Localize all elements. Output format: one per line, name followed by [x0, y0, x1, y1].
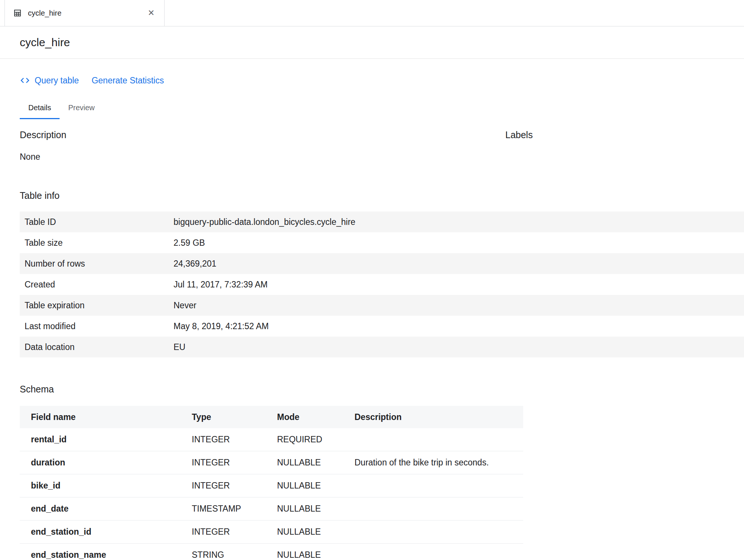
column-header-description: Description — [354, 412, 523, 422]
column-header-type: Type — [192, 412, 277, 422]
query-table-label: Query table — [35, 76, 79, 86]
schema-field-name: end_date — [20, 504, 192, 514]
schema-table: Field name Type Mode Description rental_… — [20, 406, 523, 560]
table-row: Table expiration Never — [20, 295, 744, 316]
info-value: EU — [174, 342, 185, 352]
tab-preview[interactable]: Preview — [60, 104, 103, 119]
schema-header-row: Field name Type Mode Description — [20, 406, 523, 428]
main-content: Query table Generate Statistics Details … — [0, 75, 744, 560]
table-row: end_station_id INTEGER NULLABLE — [20, 521, 523, 544]
info-label: Number of rows — [20, 259, 174, 269]
info-value: 24,369,201 — [174, 259, 216, 269]
schema-field-mode: NULLABLE — [277, 481, 354, 491]
info-value: 2.59 GB — [174, 238, 205, 248]
page-title-row: cycle_hire — [0, 26, 744, 59]
tab-details[interactable]: Details — [20, 104, 60, 119]
schema-field-name: end_station_id — [20, 527, 192, 537]
editor-tab-title: cycle_hire — [28, 9, 146, 18]
tab-preview-label: Preview — [68, 104, 95, 112]
schema-field-mode: REQUIRED — [277, 435, 354, 445]
table-row: end_station_name STRING NULLABLE — [20, 544, 523, 560]
generate-statistics-label: Generate Statistics — [92, 76, 164, 86]
info-label: Table size — [20, 238, 174, 248]
schema-heading: Schema — [20, 384, 744, 395]
info-label: Table ID — [20, 217, 174, 227]
table-row: bike_id INTEGER NULLABLE — [20, 474, 523, 497]
code-icon — [20, 75, 30, 86]
schema-field-type: INTEGER — [192, 435, 277, 445]
table-info-heading: Table info — [20, 190, 744, 201]
table-row: Table size 2.59 GB — [20, 232, 744, 253]
table-row: Table ID bigquery-public-data.london_bic… — [20, 211, 744, 232]
labels-heading: Labels — [505, 130, 533, 140]
schema-section: Schema Field name Type Mode Description … — [20, 384, 744, 560]
info-value: May 8, 2019, 4:21:52 AM — [174, 321, 269, 331]
labels-section: Labels — [505, 130, 533, 162]
table-info-table: Table ID bigquery-public-data.london_bic… — [20, 211, 744, 357]
info-label: Created — [20, 280, 174, 290]
table-info-section: Table info Table ID bigquery-public-data… — [20, 190, 744, 357]
schema-field-mode: NULLABLE — [277, 458, 354, 468]
schema-field-mode: NULLABLE — [277, 527, 354, 537]
info-value: Jul 11, 2017, 7:32:39 AM — [174, 280, 268, 290]
column-header-mode: Mode — [277, 412, 354, 422]
table-icon — [13, 9, 22, 18]
table-row: duration INTEGER NULLABLE Duration of th… — [20, 451, 523, 474]
description-labels-row: Description None Labels — [20, 130, 744, 162]
schema-field-description: Duration of the bike trip in seconds. — [354, 458, 523, 468]
table-row: Number of rows 24,369,201 — [20, 253, 744, 274]
schema-field-type: INTEGER — [192, 527, 277, 537]
schema-field-name: duration — [20, 458, 192, 468]
schema-field-name: end_station_name — [20, 550, 192, 560]
table-row: Data location EU — [20, 337, 744, 357]
info-label: Last modified — [20, 321, 174, 331]
info-label: Table expiration — [20, 300, 174, 311]
editor-tab-bar: cycle_hire ✕ — [0, 0, 744, 26]
schema-field-mode: NULLABLE — [277, 550, 354, 560]
tab-details-label: Details — [28, 104, 51, 112]
info-value: Never — [174, 300, 196, 311]
view-tabs: Details Preview — [20, 104, 744, 119]
schema-field-name: bike_id — [20, 481, 192, 491]
schema-field-type: STRING — [192, 550, 277, 560]
table-row: Last modified May 8, 2019, 4:21:52 AM — [20, 316, 744, 337]
query-table-button[interactable]: Query table — [20, 75, 79, 86]
description-heading: Description — [20, 130, 505, 140]
column-header-field-name: Field name — [20, 412, 192, 422]
schema-field-type: TIMESTAMP — [192, 504, 277, 514]
info-value: bigquery-public-data.london_bicycles.cyc… — [174, 217, 355, 227]
page-title: cycle_hire — [20, 36, 70, 49]
schema-field-name: rental_id — [20, 435, 192, 445]
close-icon[interactable]: ✕ — [146, 7, 157, 19]
description-section: Description None — [20, 130, 505, 162]
generate-statistics-button[interactable]: Generate Statistics — [92, 76, 164, 86]
description-value: None — [20, 152, 505, 162]
table-row: Created Jul 11, 2017, 7:32:39 AM — [20, 274, 744, 295]
info-label: Data location — [20, 342, 174, 352]
schema-field-type: INTEGER — [192, 458, 277, 468]
table-row: rental_id INTEGER REQUIRED — [20, 428, 523, 451]
action-links: Query table Generate Statistics — [20, 75, 744, 86]
schema-field-type: INTEGER — [192, 481, 277, 491]
editor-tab-cycle-hire[interactable]: cycle_hire ✕ — [4, 0, 165, 26]
schema-field-mode: NULLABLE — [277, 504, 354, 514]
table-row: end_date TIMESTAMP NULLABLE — [20, 497, 523, 521]
